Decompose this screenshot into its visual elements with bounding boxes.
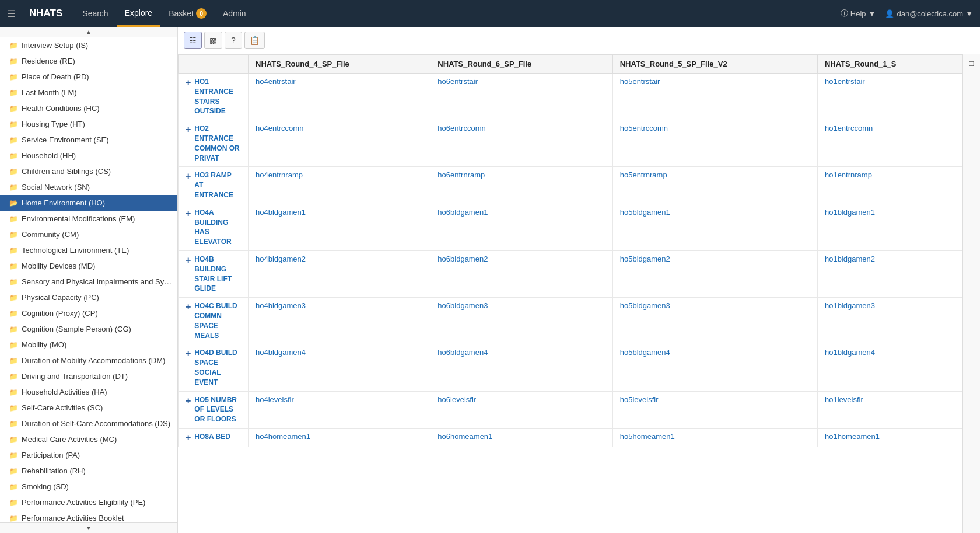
- sidebar-item-3[interactable]: 📁Last Month (LM): [0, 85, 177, 100]
- cell-link[interactable]: ho5entrnramp: [620, 170, 667, 179]
- cell-link[interactable]: ho5entrccomn: [620, 124, 668, 133]
- sidebar-item-11[interactable]: 📁Environmental Modifications (EM): [0, 211, 177, 227]
- right-panel-toggle[interactable]: □: [963, 54, 980, 533]
- sidebar-scroll-down[interactable]: ▼: [0, 522, 177, 533]
- cell-link[interactable]: ho6entrccomn: [438, 124, 485, 133]
- grid-container[interactable]: NHATS_Round_4_SP_File NHATS_Round_6_SP_F…: [178, 54, 963, 533]
- cell-link[interactable]: ho6entrnramp: [438, 170, 485, 179]
- cell-link[interactable]: ho6homeamen1: [438, 432, 492, 441]
- info-button[interactable]: ?: [225, 32, 242, 49]
- cell-link[interactable]: ho1bldgamen2: [825, 255, 875, 263]
- row-expand-button[interactable]: +: [186, 78, 191, 88]
- sidebar-item-13[interactable]: 📁Technological Environment (TE): [0, 242, 177, 258]
- sidebar-item-23[interactable]: 📁Self-Care Activities (SC): [0, 400, 177, 416]
- sidebar-item-4[interactable]: 📁Health Conditions (HC): [0, 100, 177, 116]
- menu-icon[interactable]: ☰: [7, 8, 15, 19]
- sidebar-item-5[interactable]: 📁Housing Type (HT): [0, 116, 177, 132]
- sidebar-item-8[interactable]: 📁Children and Siblings (CS): [0, 163, 177, 179]
- cell-link[interactable]: ho6bldgamen4: [438, 348, 488, 357]
- chart-view-button[interactable]: ▩: [204, 32, 222, 49]
- row-name-label[interactable]: HO4C BUILD COMMN SPACE MEALS: [194, 301, 241, 340]
- cell-link[interactable]: ho4entrccomn: [256, 124, 303, 133]
- cell-link[interactable]: ho1entrstair: [825, 77, 865, 86]
- cell-link[interactable]: ho6bldgamen2: [438, 255, 488, 263]
- row-expand-button[interactable]: +: [186, 255, 191, 266]
- row-expand-button[interactable]: +: [186, 349, 191, 359]
- row-expand-button[interactable]: +: [186, 302, 191, 312]
- sidebar-item-14[interactable]: 📁Mobility Devices (MD): [0, 258, 177, 274]
- cell-link[interactable]: ho4bldgamen2: [256, 255, 306, 263]
- row-name-label[interactable]: HO4D BUILD SPACE SOCIAL EVENT: [194, 348, 241, 387]
- sidebar-item-29[interactable]: 📁Performance Activities Eligibility (PE): [0, 494, 177, 510]
- sidebar-item-18[interactable]: 📁Cognition (Sample Person) (CG): [0, 321, 177, 337]
- row-name-label[interactable]: HO4B BUILDNG STAIR LIFT GLIDE: [194, 255, 241, 294]
- row-name-label[interactable]: HO3 RAMP AT ENTRANCE: [194, 170, 241, 200]
- row-name-label[interactable]: HO4A BUILDING HAS ELEVATOR: [194, 208, 241, 247]
- row-expand-button[interactable]: +: [186, 124, 191, 135]
- sidebar-item-25[interactable]: 📁Medical Care Activities (MC): [0, 431, 177, 447]
- nav-explore[interactable]: Explore: [117, 0, 160, 27]
- cell-link[interactable]: ho1bldgamen4: [825, 348, 875, 357]
- sidebar-item-7[interactable]: 📁Household (HH): [0, 148, 177, 163]
- nav-search[interactable]: Search: [74, 0, 116, 27]
- cell-link[interactable]: ho5bldgamen3: [620, 301, 670, 310]
- cell-link[interactable]: ho5bldgamen2: [620, 255, 670, 263]
- cell-link[interactable]: ho4bldgamen4: [256, 348, 306, 357]
- sidebar-item-16[interactable]: 📁Physical Capacity (PC): [0, 290, 177, 305]
- sidebar-item-6[interactable]: 📁Service Environment (SE): [0, 132, 177, 148]
- cell-link[interactable]: ho6bldgamen1: [438, 208, 488, 217]
- cell-link[interactable]: ho4entrstair: [256, 77, 296, 86]
- cell-link[interactable]: ho4levelsflr: [256, 395, 294, 404]
- sidebar-item-1[interactable]: 📁Residence (RE): [0, 53, 177, 69]
- cell-link[interactable]: ho1entrccomn: [825, 124, 873, 133]
- cell-link[interactable]: ho1bldgamen3: [825, 301, 875, 310]
- row-name-label[interactable]: HO8A BED: [194, 432, 230, 442]
- sidebar-item-15[interactable]: 📁Sensory and Physical Impairments and Sy…: [0, 274, 177, 290]
- cell-link[interactable]: ho6entrstair: [438, 77, 478, 86]
- user-button[interactable]: 👤 dan@colectica.com ▼: [885, 9, 973, 18]
- cell-link[interactable]: ho5bldgamen4: [620, 348, 670, 357]
- cell-link[interactable]: ho4homeamen1: [256, 432, 310, 441]
- sidebar-item-9[interactable]: 📁Social Network (SN): [0, 179, 177, 195]
- row-expand-button[interactable]: +: [186, 396, 191, 406]
- cell-link[interactable]: ho1bldgamen1: [825, 208, 875, 217]
- nav-admin[interactable]: Admin: [215, 0, 254, 27]
- cell-link[interactable]: ho4bldgamen3: [256, 301, 306, 310]
- cell-link[interactable]: ho1homeamen1: [825, 432, 880, 441]
- cell-link[interactable]: ho5homeamen1: [620, 432, 675, 441]
- sidebar-item-17[interactable]: 📁Cognition (Proxy) (CP): [0, 305, 177, 321]
- cell-link[interactable]: ho4entrnramp: [256, 170, 303, 179]
- sidebar-item-10[interactable]: 📂Home Environment (HO): [0, 195, 177, 211]
- sidebar-item-21[interactable]: 📁Driving and Transportation (DT): [0, 368, 177, 384]
- sidebar-item-26[interactable]: 📁Participation (PA): [0, 447, 177, 463]
- sidebar-item-24[interactable]: 📁Duration of Self-Care Accommodations (D…: [0, 416, 177, 431]
- cell-link[interactable]: ho5bldgamen1: [620, 208, 670, 217]
- row-expand-button[interactable]: +: [186, 208, 191, 219]
- grid-view-button[interactable]: ☷: [184, 32, 202, 49]
- row-name-label[interactable]: HO5 NUMBR OF LEVELS OR FLOORS: [194, 395, 241, 424]
- sidebar-item-30[interactable]: 📁Performance Activities Booklet: [0, 510, 177, 522]
- cell-link[interactable]: ho1levelsflr: [825, 395, 863, 404]
- notes-button[interactable]: 📋: [244, 32, 265, 49]
- row-name-label[interactable]: HO2 ENTRANCE COMMON OR PRIVAT: [194, 124, 241, 163]
- sidebar-item-12[interactable]: 📁Community (CM): [0, 227, 177, 242]
- sidebar-item-28[interactable]: 📁Smoking (SD): [0, 479, 177, 494]
- sidebar-item-22[interactable]: 📁Household Activities (HA): [0, 384, 177, 400]
- cell-link[interactable]: ho5entrstair: [620, 77, 660, 86]
- nav-basket[interactable]: Basket 0: [160, 0, 215, 27]
- sidebar-item-27[interactable]: 📁Rehabilitation (RH): [0, 463, 177, 479]
- help-button[interactable]: ⓘ Help ▼: [841, 8, 876, 19]
- sidebar-item-0[interactable]: 📁Interview Setup (IS): [0, 37, 177, 53]
- sidebar-item-19[interactable]: 📁Mobility (MO): [0, 337, 177, 353]
- row-expand-button[interactable]: +: [186, 433, 191, 443]
- sidebar-scroll-up[interactable]: ▲: [0, 27, 177, 37]
- cell-link[interactable]: ho5levelsflr: [620, 395, 659, 404]
- sidebar-item-20[interactable]: 📁Duration of Mobility Accommodations (DM…: [0, 353, 177, 368]
- row-expand-button[interactable]: +: [186, 171, 191, 182]
- row-name-label[interactable]: HO1 ENTRANCE STAIRS OUTSIDE: [194, 77, 241, 116]
- cell-link[interactable]: ho6bldgamen3: [438, 301, 488, 310]
- cell-link[interactable]: ho6levelsflr: [438, 395, 476, 404]
- cell-link[interactable]: ho1entrnramp: [825, 170, 872, 179]
- sidebar-item-2[interactable]: 📁Place of Death (PD): [0, 69, 177, 85]
- cell-link[interactable]: ho4bldgamen1: [256, 208, 306, 217]
